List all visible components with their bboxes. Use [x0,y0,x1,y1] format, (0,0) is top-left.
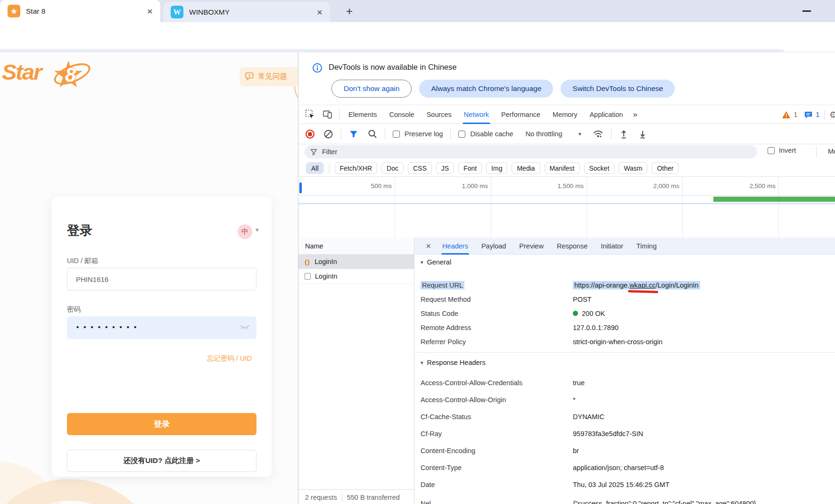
chip-socket[interactable]: Socket [584,162,615,174]
disable-cache-label: Disable cache [470,130,513,138]
switch-to-chinese-button[interactable]: Switch DevTools to Chinese [561,80,675,98]
chip-css[interactable]: CSS [408,162,432,174]
language-badge[interactable]: 中 [238,224,252,239]
chip-other[interactable]: Other [652,162,678,174]
chip-img[interactable]: Img [486,162,507,174]
password-input[interactable]: ••••••••• [67,316,256,339]
match-chrome-language-button[interactable]: Always match Chrome's language [419,80,553,98]
header-name: Date [421,481,435,488]
transferred-size: 550 B transferred [347,494,400,501]
chip-all[interactable]: All [306,162,324,174]
request-count: 2 requests [305,494,337,501]
header-value: 959783fa3e5dfdc7-SIN [573,430,643,438]
devtools-panel: DevTools is now available in Chinese Don… [298,52,835,504]
chip-font[interactable]: Font [458,162,482,174]
browser-tab-star8[interactable]: ★ Star 8 [0,0,160,22]
filter-input[interactable] [322,148,723,156]
network-filter-row: Invert More filters [298,144,835,160]
tab-payload[interactable]: Payload [475,238,513,255]
tab-sources[interactable]: Sources [421,105,458,124]
response-headers-section-header[interactable]: Response Headers [421,359,486,366]
chevron-down-icon[interactable] [579,131,581,137]
header-value: * [573,396,576,404]
forgot-password-link[interactable]: 忘记密码 / UID [207,354,252,363]
network-overview[interactable]: 500 ms 1,000 ms 1,500 ms 2,000 ms 2,500 … [298,177,835,238]
issues-message-icon[interactable] [804,111,813,119]
chip-wasm[interactable]: Wasm [619,162,647,174]
invert-label: Invert [779,147,796,154]
warning-icon[interactable] [782,111,791,119]
filter-field[interactable] [305,145,757,158]
chip-media[interactable]: Media [512,162,540,174]
invert-checkbox[interactable] [768,147,775,154]
tab-headers[interactable]: Headers [436,238,475,255]
chip-fetch-xhr[interactable]: Fetch/XHR [335,162,377,174]
more-tabs-button[interactable] [629,110,641,119]
chip-doc[interactable]: Doc [381,162,404,174]
browser-toolbar: 38.vip/#/login GA ☆ [0,22,835,52]
warning-count[interactable]: 1 [794,111,797,118]
request-row-loginin[interactable]: {} LoginIn [298,255,414,269]
tab-response[interactable]: Response [550,238,594,255]
tab-initiator[interactable]: Initiator [594,238,630,255]
screen: ★ Star 8 W WINBOXMY 38.vip/#/login GA [0,0,835,504]
ruler-tick: 2,500 ms [724,182,776,190]
chevron-down-icon[interactable] [256,226,259,233]
throttling-select[interactable]: No throttling [525,130,562,138]
close-tab-icon[interactable] [147,6,153,16]
tab-application[interactable]: Application [583,105,629,124]
minimize-window-button[interactable] [802,10,811,12]
network-summary-bar: 2 requests 550 B transferred [298,489,414,504]
close-tab-icon[interactable] [317,7,322,17]
message-count[interactable]: 1 [816,111,819,118]
register-button[interactable]: 还没有UID? 点此注册 > [67,450,256,472]
browser-tab-strip: ★ Star 8 W WINBOXMY [0,0,835,22]
search-icon[interactable] [368,129,377,139]
filter-funnel-icon[interactable] [349,130,358,139]
faq-button[interactable]: ? 常见问题 [240,67,298,86]
request-row-loginin-2[interactable]: LoginIn [298,269,414,284]
tab-memory[interactable]: Memory [546,105,583,124]
browser-tab-winboxmy[interactable]: W WINBOXMY [163,2,330,22]
inspect-element-icon[interactable] [298,109,319,119]
record-network-log-icon[interactable] [305,129,315,139]
tab-title: WINBOXMY [189,8,311,17]
chip-manifest[interactable]: Manifest [545,162,580,174]
settings-gear-icon[interactable]: ⚙ [829,109,835,120]
tab-console[interactable]: Console [383,105,420,124]
tab-elements[interactable]: Elements [342,105,383,124]
login-submit-button[interactable]: 登录 [67,413,256,435]
header-name: Content-Encoding [421,447,475,454]
request-list-name-header[interactable]: Name [298,238,414,255]
more-filters-button[interactable]: More filters [828,148,835,155]
eye-closed-icon[interactable] [240,324,250,330]
tab-network[interactable]: Network [458,105,495,124]
general-section-header[interactable]: General [421,258,451,266]
preserve-log-checkbox[interactable] [393,131,400,138]
uid-input[interactable] [67,268,256,290]
logo-star-icon: ★ 8 [52,52,92,98]
tab-performance[interactable]: Performance [495,105,546,124]
export-har-icon[interactable] [638,129,647,139]
close-details-icon[interactable] [421,241,436,251]
dont-show-again-button[interactable]: Don't show again [331,80,412,98]
import-har-icon[interactable] [619,129,628,139]
new-tab-button[interactable] [343,5,356,18]
disable-cache-checkbox[interactable] [458,131,465,138]
network-toolbar: Preserve log Disable cache No throttling [298,124,835,144]
star8-favicon: ★ [8,5,20,17]
header-value: DYNAMIC [573,413,604,421]
password-masked-value: ••••••••• [76,323,141,331]
request-method-label: Request Method [421,296,471,303]
ruler-tick: 1,000 ms [436,182,488,190]
preserve-log-label: Preserve log [405,130,443,138]
info-icon [312,63,322,73]
chip-js[interactable]: JS [436,162,454,174]
tab-timing[interactable]: Timing [630,238,663,255]
clear-network-log-icon[interactable] [323,129,333,139]
request-list: Name {} LoginIn LoginIn [298,238,414,489]
tab-preview[interactable]: Preview [513,238,550,255]
device-toolbar-icon[interactable] [319,109,336,119]
network-conditions-icon[interactable] [593,129,604,139]
wkapi-marked-text: wkapi.cc [629,281,656,289]
